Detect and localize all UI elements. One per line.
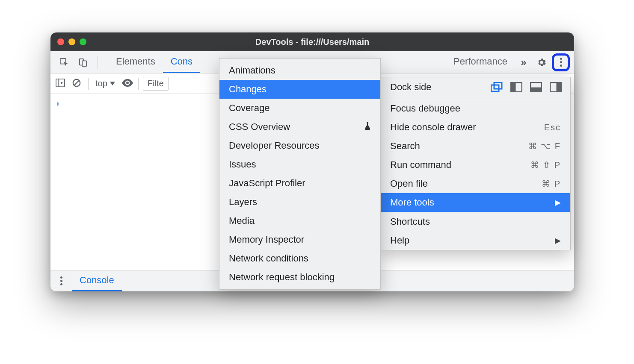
submenu-item[interactable]: Media [219,211,380,230]
filter-placeholder: Filte [148,79,164,88]
submenu-item[interactable]: Developer Resources [219,136,380,155]
submenu-item[interactable]: Network conditions [219,249,380,268]
device-toolbar-icon[interactable] [75,51,91,73]
submenu-item-label: Developer Resources [229,140,371,151]
submenu-item-label: Coverage [229,103,371,114]
dockside-label: Dock side [390,82,485,93]
dockside-row: Dock side [381,77,570,99]
submenu-item[interactable]: Animations [219,61,380,80]
submenu-item[interactable]: CSS Overview [219,117,380,136]
kebab-icon [560,58,562,67]
tab-elements[interactable]: Elements [108,51,163,73]
submenu-item[interactable]: Memory Inspector [219,230,380,249]
submenu-item-label: Media [229,215,371,226]
kebab-menu-button[interactable] [552,53,570,71]
submenu-item-label: Changes [229,84,371,95]
experiment-flask-icon [364,121,371,132]
submenu-item-label: JavaScript Profiler [229,178,371,189]
toggle-sidebar-icon[interactable] [56,79,68,89]
menu-item-label: Help [390,235,555,246]
menu-item-shortcut: ⌘ ⌥ F [528,141,561,151]
window-title: DevTools - file:///Users/main [50,37,574,47]
submenu-item-label: Issues [229,159,371,170]
submenu-item[interactable]: Layers [219,193,380,211]
tab-label: Cons [171,56,193,67]
dock-left-icon[interactable] [510,82,522,92]
menu-run-command[interactable]: Run command ⌘ ⇧ P [381,156,570,174]
menu-item-label: Run command [390,159,530,170]
menu-item-label: Focus debuggee [390,103,561,114]
separator [88,78,89,90]
svg-rect-3 [56,79,65,86]
submenu-item-label: Network conditions [229,253,371,264]
svg-rect-14 [557,82,561,92]
submenu-arrow-icon: ▶ [555,236,561,245]
dock-undock-icon[interactable] [491,82,503,92]
main-tabs: Elements Cons [108,51,200,73]
dock-right-icon[interactable] [550,82,562,92]
submenu-item[interactable]: Changes [219,80,380,99]
live-expression-eye-icon[interactable] [122,79,134,88]
submenu-arrow-icon: ▶ [555,198,561,207]
context-select-value: top [95,79,107,88]
menu-item-label: Search [390,141,528,152]
submenu-item[interactable]: Issues [219,155,380,174]
filter-input[interactable]: Filte [143,77,169,91]
submenu-item-label: CSS Overview [229,121,361,132]
menu-help[interactable]: Help ▶ [381,231,570,250]
menu-item-label: Shortcuts [390,216,561,227]
main-menu: Dock side [380,77,571,250]
clear-console-icon[interactable] [72,78,84,89]
submenu-item[interactable]: Network request blocking [219,268,380,287]
submenu-item-label: Memory Inspector [229,234,371,245]
svg-rect-12 [530,88,542,92]
minimize-window-button[interactable] [68,38,75,45]
menu-item-shortcut: ⌘ ⇧ P [530,160,561,170]
submenu-item-label: Network request blocking [229,272,371,283]
zoom-window-button[interactable] [80,38,86,45]
svg-rect-2 [82,61,86,66]
submenu-item-label: Animations [229,65,371,76]
menu-open-file[interactable]: Open file ⌘ P [381,174,570,193]
menu-item-label: Hide console drawer [390,122,544,133]
drawer-tab-label: Console [80,275,114,286]
submenu-item[interactable]: Coverage [219,99,380,117]
menu-search[interactable]: Search ⌘ ⌥ F [381,137,570,156]
inspect-element-icon[interactable] [56,51,72,73]
console-prompt-caret-icon: › [56,99,59,108]
close-window-button[interactable] [57,38,64,45]
menu-more-tools[interactable]: More tools ▶ [381,193,570,212]
menu-focus-debuggee[interactable]: Focus debuggee [381,99,570,118]
settings-gear-icon[interactable] [534,57,549,68]
dropdown-caret-icon [110,82,115,85]
context-select[interactable]: top [93,79,118,88]
submenu-item[interactable]: JavaScript Profiler [219,174,380,193]
menu-shortcuts[interactable]: Shortcuts [381,212,570,231]
menu-item-shortcut: ⌘ P [542,179,561,189]
titlebar: DevTools - file:///Users/main [50,32,574,51]
separator [98,56,98,69]
tab-performance[interactable]: Performance [453,56,513,68]
more-tabs-chevron-icon[interactable]: » [516,56,531,68]
menu-hide-console-drawer[interactable]: Hide console drawer Esc [381,118,570,137]
submenu-item-label: Layers [229,197,371,208]
traffic-lights [57,38,86,45]
tab-label: Elements [116,56,155,67]
tab-label: Performance [453,56,507,67]
menu-item-shortcut: Esc [544,123,561,132]
separator [138,78,139,90]
menu-item-label: Open file [390,178,542,189]
svg-rect-10 [511,82,515,92]
drawer-kebab-icon[interactable] [55,270,68,291]
more-tools-submenu: AnimationsChangesCoverageCSS OverviewDev… [219,58,381,290]
svg-line-6 [74,80,79,85]
dock-bottom-icon[interactable] [530,82,542,92]
menu-item-label: More tools [390,197,555,208]
tab-console[interactable]: Cons [163,51,200,73]
drawer-tab-console[interactable]: Console [72,270,122,291]
